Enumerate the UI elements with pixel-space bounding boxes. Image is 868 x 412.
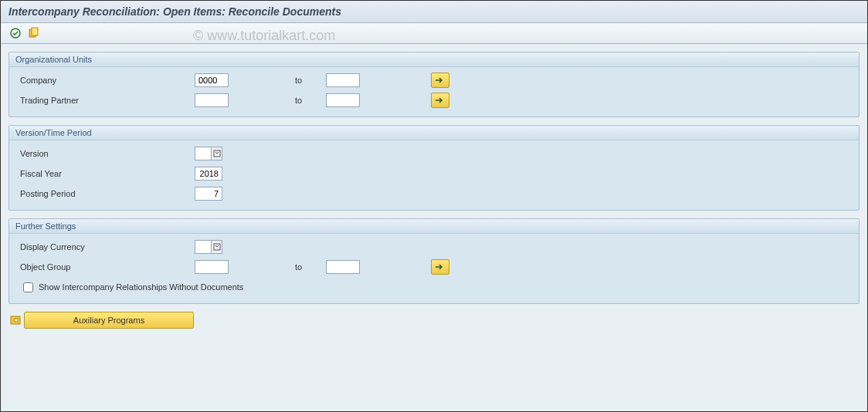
row-show-relationships: Show Intercompany Relationships Without … xyxy=(17,279,851,295)
input-company-to[interactable] xyxy=(326,73,360,87)
input-objgroup-to[interactable] xyxy=(326,260,360,274)
row-object-group: Object Group to xyxy=(17,258,851,275)
toolbar xyxy=(1,23,867,44)
input-fiscal-year[interactable] xyxy=(195,167,222,181)
group-version-time: Version/Time Period Version Fiscal Year … xyxy=(8,125,860,211)
row-company: Company to xyxy=(17,72,851,89)
page-title: Intercompany Reconciliation: Open Items:… xyxy=(8,5,860,18)
label-posting-period: Posting Period xyxy=(17,189,195,198)
label-company-to: to xyxy=(295,76,326,85)
group-title-further: Further Settings xyxy=(9,219,859,234)
multisel-partner-button[interactable] xyxy=(431,93,449,108)
aux-programs-label: Auxiliary Programs xyxy=(73,316,144,325)
label-object-group: Object Group xyxy=(17,262,195,272)
multisel-company-button[interactable] xyxy=(431,73,449,88)
title-bar: Intercompany Reconciliation: Open Items:… xyxy=(1,1,867,23)
row-trading-partner: Trading Partner to xyxy=(17,92,851,109)
group-title-version: Version/Time Period xyxy=(9,126,859,140)
variant-icon[interactable] xyxy=(27,26,41,40)
input-partner-to[interactable] xyxy=(326,93,360,107)
svg-rect-2 xyxy=(32,28,38,35)
row-version: Version xyxy=(17,145,851,162)
group-organizational-units: Organizational Units Company to Trading … xyxy=(8,52,860,117)
f4-currency-button[interactable] xyxy=(212,240,222,254)
label-company: Company xyxy=(17,76,195,85)
row-display-currency: Display Currency xyxy=(17,238,851,255)
input-company-from[interactable] xyxy=(195,73,229,87)
label-display-currency: Display Currency xyxy=(17,242,195,252)
label-fiscal-year: Fiscal Year xyxy=(17,169,195,178)
multisel-objgroup-button[interactable] xyxy=(431,259,449,275)
svg-rect-6 xyxy=(15,319,18,322)
input-version[interactable] xyxy=(195,147,212,160)
expand-icon[interactable] xyxy=(8,312,24,329)
f4-version-button[interactable] xyxy=(212,147,222,160)
label-show-relationships: Show Intercompany Relationships Without … xyxy=(39,282,243,292)
label-partner-to: to xyxy=(295,96,326,105)
row-posting-period: Posting Period xyxy=(17,185,851,202)
label-version: Version xyxy=(17,149,195,158)
row-fiscal-year: Fiscal Year xyxy=(17,165,851,182)
input-partner-from[interactable] xyxy=(195,93,229,107)
input-display-currency[interactable] xyxy=(195,240,212,254)
label-trading-partner: Trading Partner xyxy=(17,96,195,105)
row-aux-programs: Auxiliary Programs xyxy=(8,312,860,329)
execute-icon[interactable] xyxy=(8,26,22,40)
aux-programs-button[interactable]: Auxiliary Programs xyxy=(24,312,194,329)
group-further-settings: Further Settings Display Currency Object… xyxy=(8,218,860,304)
content-area: Organizational Units Company to Trading … xyxy=(1,44,867,336)
input-objgroup-from[interactable] xyxy=(195,260,229,274)
group-title-org: Organizational Units xyxy=(9,52,859,67)
input-posting-period[interactable] xyxy=(195,187,222,201)
checkbox-show-relationships[interactable] xyxy=(23,282,33,292)
label-objgroup-to: to xyxy=(295,262,326,272)
